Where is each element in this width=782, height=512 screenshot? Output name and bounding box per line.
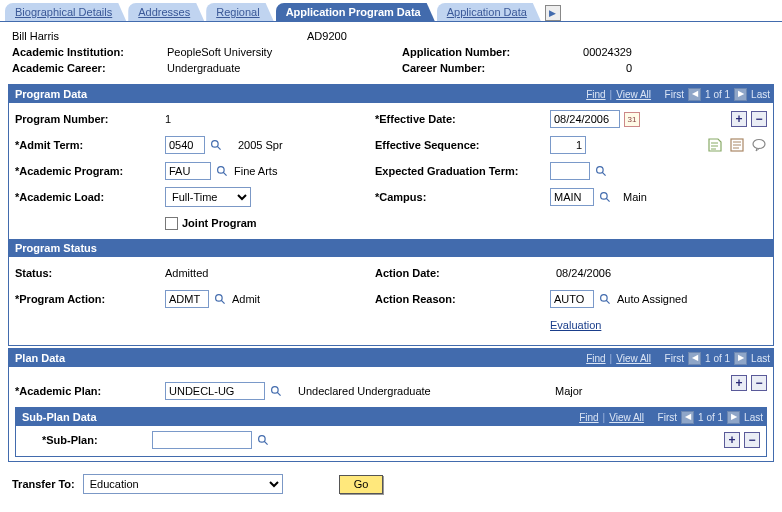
svg-line-7 [602, 172, 605, 175]
action-reason-label: Action Reason: [375, 293, 550, 305]
campus-desc: Main [623, 191, 647, 203]
academic-load-select[interactable]: Full-Time [165, 187, 251, 207]
joint-program-label: Joint Program [182, 217, 257, 229]
svg-point-14 [272, 386, 279, 393]
find-link[interactable]: Find [586, 89, 605, 100]
go-button[interactable]: Go [339, 475, 384, 494]
tab-biographical-details[interactable]: Biographical Details [5, 3, 126, 21]
view-all-link[interactable]: View All [616, 353, 651, 364]
notepad-icon[interactable] [729, 137, 745, 153]
next-row-icon[interactable]: ▶ [727, 411, 740, 424]
transfer-to-label: Transfer To: [12, 478, 75, 490]
academic-program-input[interactable] [165, 162, 211, 180]
svg-line-5 [223, 172, 226, 175]
academic-plan-label: *Academic Plan: [15, 385, 165, 397]
calendar-icon[interactable]: 31 [624, 112, 640, 127]
program-action-desc: Admit [232, 293, 260, 305]
sub-plan-data-title: Sub-Plan Data [22, 411, 97, 423]
lookup-icon[interactable] [256, 433, 271, 448]
tab-strip: Biographical Details Addresses Regional … [0, 0, 782, 22]
lookup-icon[interactable] [215, 164, 230, 179]
effective-date-label: *Effective Date: [375, 113, 550, 125]
next-row-icon[interactable]: ▶ [734, 352, 747, 365]
evaluation-link[interactable]: Evaluation [550, 319, 601, 331]
academic-career-label: Academic Career: [12, 62, 167, 74]
svg-point-0 [212, 140, 219, 147]
sub-plan-input[interactable] [152, 431, 252, 449]
plan-data-title: Plan Data [15, 352, 65, 364]
program-data-title: Program Data [15, 88, 87, 100]
campus-input[interactable] [550, 188, 594, 206]
view-all-link[interactable]: View All [616, 89, 651, 100]
first-label[interactable]: First [665, 89, 684, 100]
effective-sequence-input[interactable] [550, 136, 586, 154]
first-label[interactable]: First [658, 412, 677, 423]
view-all-link[interactable]: View All [609, 412, 644, 423]
expected-graduation-term-label: Expected Graduation Term: [375, 165, 550, 177]
status-label: Status: [15, 267, 165, 279]
tab-regional[interactable]: Regional [206, 3, 273, 21]
lookup-icon[interactable] [209, 138, 224, 153]
application-number-value: 00024329 [527, 46, 632, 58]
tab-addresses[interactable]: Addresses [128, 3, 204, 21]
joint-program-checkbox[interactable] [165, 217, 178, 230]
tab-more-icon[interactable]: ▶ [545, 5, 561, 21]
transcript-note-icon[interactable] [707, 137, 723, 153]
program-status-title: Program Status [15, 242, 97, 254]
delete-row-button[interactable]: − [751, 375, 767, 391]
student-name: Bill Harris [12, 30, 167, 42]
admit-term-input[interactable] [165, 136, 205, 154]
next-row-icon[interactable]: ▶ [734, 88, 747, 101]
action-date-label: Action Date: [375, 267, 550, 279]
effective-date-input[interactable] [550, 110, 620, 128]
prev-row-icon[interactable]: ◀ [688, 88, 701, 101]
footer-row: Transfer To: Education Go [0, 464, 782, 504]
last-label[interactable]: Last [751, 89, 770, 100]
find-link[interactable]: Find [579, 412, 598, 423]
action-date-value: 08/24/2006 [556, 267, 611, 279]
add-row-button[interactable]: + [724, 432, 740, 448]
row-counter: 1 of 1 [698, 412, 723, 423]
tab-application-data[interactable]: Application Data [437, 3, 541, 21]
last-label[interactable]: Last [751, 353, 770, 364]
svg-point-12 [601, 294, 608, 301]
program-number-value: 1 [165, 113, 375, 125]
transfer-to-select[interactable]: Education [83, 474, 283, 494]
action-reason-input[interactable] [550, 290, 594, 308]
action-reason-desc: Auto Assigned [617, 293, 687, 305]
svg-point-10 [216, 294, 223, 301]
prev-row-icon[interactable]: ◀ [681, 411, 694, 424]
svg-point-16 [259, 435, 266, 442]
add-row-button[interactable]: + [731, 111, 747, 127]
find-link[interactable]: Find [586, 353, 605, 364]
campus-label: *Campus: [375, 191, 550, 203]
sub-plan-label: *Sub-Plan: [42, 434, 152, 446]
lookup-icon[interactable] [594, 164, 609, 179]
program-action-label: *Program Action: [15, 293, 165, 305]
expected-graduation-term-input[interactable] [550, 162, 590, 180]
academic-load-label: *Academic Load: [15, 191, 165, 203]
application-number-label: Application Number: [402, 46, 527, 58]
lookup-icon[interactable] [213, 292, 228, 307]
lookup-icon[interactable] [598, 190, 613, 205]
lookup-icon[interactable] [269, 384, 284, 399]
academic-program-label: *Academic Program: [15, 165, 165, 177]
svg-line-1 [217, 146, 220, 149]
admit-term-label: *Admit Term: [15, 139, 165, 151]
prev-row-icon[interactable]: ◀ [688, 352, 701, 365]
academic-plan-type: Major [555, 385, 583, 397]
tab-application-program-data[interactable]: Application Program Data [276, 3, 435, 21]
last-label[interactable]: Last [744, 412, 763, 423]
academic-institution-value: PeopleSoft University [167, 46, 307, 58]
comment-bubble-icon[interactable] [751, 137, 767, 153]
delete-row-button[interactable]: − [744, 432, 760, 448]
lookup-icon[interactable] [598, 292, 613, 307]
admit-term-desc: 2005 Spr [238, 139, 283, 151]
program-action-input[interactable] [165, 290, 209, 308]
delete-row-button[interactable]: − [751, 111, 767, 127]
row-counter: 1 of 1 [705, 89, 730, 100]
academic-plan-input[interactable] [165, 382, 265, 400]
first-label[interactable]: First [665, 353, 684, 364]
add-row-button[interactable]: + [731, 375, 747, 391]
status-value: Admitted [165, 267, 375, 279]
